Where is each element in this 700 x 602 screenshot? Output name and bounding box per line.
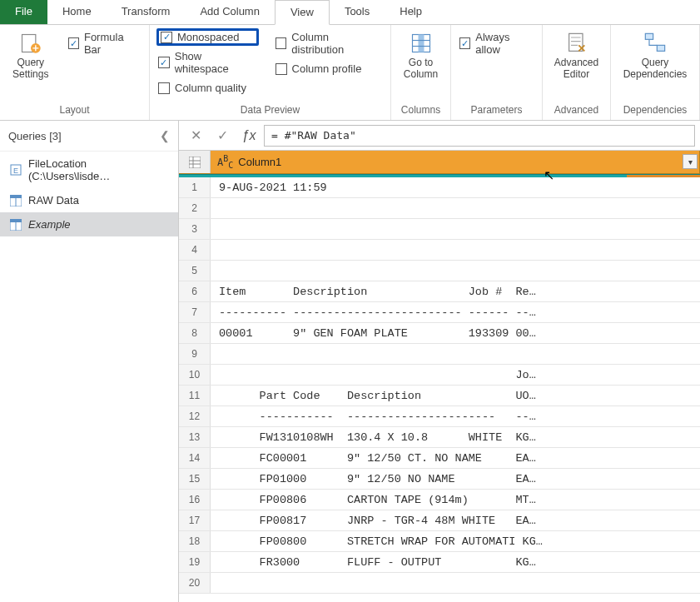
- query-item-1[interactable]: RAW Data: [0, 188, 178, 212]
- table-row[interactable]: 3: [179, 219, 700, 240]
- formula-accept-button[interactable]: ✓: [211, 125, 234, 147]
- show-whitespace-checkbox[interactable]: Show whitespace: [156, 47, 259, 77]
- cell[interactable]: FP00817 JNRP - TGR-4 48M WHITE EA…: [211, 510, 700, 530]
- table-row[interactable]: 11 Part Code Description UO…: [179, 386, 700, 406]
- table-corner-button[interactable]: [179, 151, 211, 173]
- tab-view[interactable]: View: [275, 0, 330, 25]
- cell[interactable]: FW1310108WH 130.4 X 10.8 WHITE KG…: [211, 427, 700, 447]
- formula-bar-checkbox[interactable]: Formula Bar: [67, 28, 142, 58]
- cell[interactable]: [211, 240, 700, 260]
- cell[interactable]: FC00001 9" 12/50 CT. NO NAME EA…: [211, 448, 700, 468]
- column-profile-checkbox[interactable]: Column profile: [274, 60, 384, 77]
- row-number[interactable]: 8: [179, 323, 211, 343]
- group-label-advanced: Advanced: [549, 102, 603, 118]
- tab-help[interactable]: Help: [385, 0, 437, 24]
- row-number[interactable]: 7: [179, 302, 211, 322]
- row-number[interactable]: 18: [179, 531, 211, 551]
- query-settings-button[interactable]: Query Settings: [7, 28, 55, 83]
- queries-title: Queries [3]: [8, 130, 62, 142]
- column-distribution-checkbox[interactable]: Column distribution: [274, 28, 384, 58]
- row-number[interactable]: 1: [179, 177, 211, 197]
- table-row[interactable]: 10 Jo…: [179, 365, 700, 386]
- table-row[interactable]: 6Item Description Job # Re…: [179, 281, 700, 302]
- collapse-queries-icon[interactable]: ❮: [160, 129, 170, 142]
- query-item-0[interactable]: EFileLocation (C:\Users\lisde…: [0, 152, 178, 188]
- cell[interactable]: Part Code Description UO…: [211, 386, 700, 405]
- table-row[interactable]: 19-AUG-2021 11:59: [179, 177, 700, 198]
- row-number[interactable]: 15: [179, 469, 211, 489]
- table-row[interactable]: 2: [179, 198, 700, 219]
- row-number[interactable]: 16: [179, 490, 211, 510]
- row-number[interactable]: 6: [179, 281, 211, 301]
- checkbox-icon: [68, 37, 79, 49]
- cell[interactable]: FR3000 FLUFF - OUTPUT KG…: [211, 552, 700, 572]
- formula-cancel-button[interactable]: ✕: [184, 125, 207, 147]
- query-dependencies-button[interactable]: Query Dependencies: [618, 28, 693, 83]
- table-row[interactable]: 4: [179, 240, 700, 261]
- row-number[interactable]: 3: [179, 219, 211, 239]
- row-number[interactable]: 4: [179, 240, 211, 260]
- advanced-editor-button[interactable]: Advanced Editor: [552, 28, 602, 83]
- row-number[interactable]: 9: [179, 344, 211, 364]
- query-settings-label: Query Settings: [12, 57, 48, 80]
- row-number[interactable]: 17: [179, 510, 211, 530]
- column-filter-dropdown[interactable]: ▾: [683, 154, 698, 169]
- table-row[interactable]: 15 FP01000 9" 12/50 NO NAME EA…: [179, 469, 700, 490]
- row-number[interactable]: 13: [179, 427, 211, 447]
- row-number[interactable]: 12: [179, 406, 211, 426]
- row-number[interactable]: 19: [179, 552, 211, 572]
- grid-header: ABC Column1 ▾: [179, 151, 700, 174]
- cell[interactable]: [211, 573, 700, 593]
- query-item-2[interactable]: Example: [0, 212, 178, 236]
- column-distribution-label: Column distribution: [291, 31, 382, 56]
- table-row[interactable]: 19 FR3000 FLUFF - OUTPUT KG…: [179, 552, 700, 573]
- table-row[interactable]: 12 ----------- ---------------------- --…: [179, 406, 700, 427]
- cell[interactable]: Item Description Job # Re…: [211, 281, 700, 301]
- table-row[interactable]: 9: [179, 344, 700, 365]
- svg-rect-17: [189, 157, 201, 168]
- tab-add-column[interactable]: Add Column: [185, 0, 275, 24]
- row-number[interactable]: 14: [179, 448, 211, 468]
- monospaced-label: Monospaced: [177, 31, 239, 43]
- cell[interactable]: 00001 9" GEN FOAM PLATE 193309 00…: [211, 323, 700, 343]
- row-number[interactable]: 11: [179, 386, 211, 405]
- monospaced-checkbox[interactable]: Monospaced: [156, 28, 259, 46]
- always-allow-checkbox[interactable]: Always allow: [458, 28, 535, 58]
- row-number[interactable]: 20: [179, 573, 211, 593]
- tab-home[interactable]: Home: [47, 0, 107, 24]
- cell[interactable]: FP00800 STRETCH WRAP FOR AUTOMATI KG…: [211, 531, 700, 551]
- row-number[interactable]: 10: [179, 365, 211, 385]
- table-row[interactable]: 20: [179, 573, 700, 594]
- column-header-column1[interactable]: ABC Column1 ▾: [211, 151, 700, 173]
- cell[interactable]: [211, 344, 700, 364]
- tab-file[interactable]: File: [0, 0, 47, 24]
- table-row[interactable]: 13 FW1310108WH 130.4 X 10.8 WHITE KG…: [179, 427, 700, 448]
- row-number[interactable]: 5: [179, 261, 211, 281]
- cell[interactable]: [211, 261, 700, 281]
- tab-tools[interactable]: Tools: [330, 0, 385, 24]
- cell[interactable]: Jo…: [211, 365, 700, 385]
- table-row[interactable]: 17 FP00817 JNRP - TGR-4 48M WHITE EA…: [179, 510, 700, 531]
- cell[interactable]: [211, 198, 700, 218]
- table-row[interactable]: 16 FP00806 CARTON TAPE (914m) MT…: [179, 490, 700, 510]
- cell[interactable]: ----------- ---------------------- --…: [211, 406, 700, 426]
- cell[interactable]: 9-AUG-2021 11:59: [211, 177, 700, 197]
- cell[interactable]: ---------- ------------------------- ---…: [211, 302, 700, 322]
- cell[interactable]: FP01000 9" 12/50 NO NAME EA…: [211, 469, 700, 489]
- cell[interactable]: [211, 219, 700, 239]
- table-row[interactable]: 800001 9" GEN FOAM PLATE 193309 00…: [179, 323, 700, 344]
- formula-input[interactable]: [264, 125, 695, 147]
- checkbox-icon: [161, 32, 172, 43]
- goto-column-label: Go to Column: [404, 57, 438, 80]
- cell[interactable]: FP00806 CARTON TAPE (914m) MT…: [211, 490, 700, 510]
- svg-text:E: E: [13, 167, 18, 175]
- column-quality-checkbox[interactable]: Column quality: [156, 79, 259, 97]
- tab-transform[interactable]: Transform: [107, 0, 186, 24]
- goto-column-button[interactable]: Go to Column: [398, 28, 444, 83]
- table-row[interactable]: 14 FC00001 9" 12/50 CT. NO NAME EA…: [179, 448, 700, 469]
- table-row[interactable]: 5: [179, 261, 700, 281]
- table-row[interactable]: 18 FP00800 STRETCH WRAP FOR AUTOMATI KG…: [179, 531, 700, 552]
- row-number[interactable]: 2: [179, 198, 211, 218]
- fx-icon[interactable]: ƒx: [237, 125, 261, 147]
- table-row[interactable]: 7---------- ------------------------- --…: [179, 302, 700, 323]
